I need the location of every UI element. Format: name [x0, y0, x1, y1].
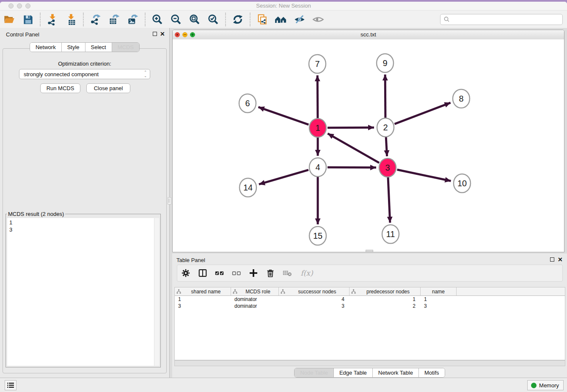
column-header-name[interactable]: name	[421, 287, 457, 295]
tab-network[interactable]: Network	[30, 43, 61, 52]
graph-node-8[interactable]: 8	[453, 89, 470, 108]
delete-column-trash-icon[interactable]	[264, 267, 277, 279]
tab-network-table[interactable]: Network Table	[372, 368, 418, 377]
edge-2-9[interactable]	[385, 75, 385, 118]
column-header-shared-name[interactable]: shared name	[175, 287, 231, 295]
deselect-all-checkboxes-icon[interactable]	[230, 267, 243, 279]
status-bar: Memory	[0, 378, 567, 392]
criterion-value: strongly connected component	[24, 71, 99, 77]
graph-node-7[interactable]: 7	[309, 55, 326, 73]
graph-node-15[interactable]: 15	[309, 226, 326, 245]
tab-edge-table[interactable]: Edge Table	[333, 368, 372, 377]
zoom-out-icon[interactable]	[170, 13, 182, 26]
edge-3-11[interactable]	[388, 177, 390, 223]
edge-2-8[interactable]	[395, 103, 451, 124]
search-input[interactable]	[452, 15, 562, 24]
app-window: Session: New Session	[0, 2, 567, 392]
column-header-successor-nodes[interactable]: successor nodes	[279, 287, 350, 295]
edge-1-7[interactable]	[317, 75, 318, 118]
mcds-result-textarea[interactable]: 1 3	[7, 218, 159, 366]
add-column-icon[interactable]	[247, 267, 260, 279]
edge-2-3[interactable]	[386, 137, 387, 156]
edge-1-2[interactable]	[328, 127, 374, 128]
open-session-icon[interactable]	[3, 13, 16, 26]
table-float-panel-icon[interactable]	[550, 257, 554, 262]
float-panel-icon[interactable]	[153, 32, 157, 36]
svg-text:11: 11	[386, 229, 395, 239]
table-options-gear-icon[interactable]	[179, 267, 192, 279]
column-header-predecessor-nodes[interactable]: predecessor nodes	[350, 287, 421, 295]
toolbar-separator	[40, 13, 41, 26]
edge-3-1[interactable]	[328, 133, 379, 163]
select-all-checkboxes-icon[interactable]	[213, 267, 226, 279]
list-icon	[7, 382, 14, 389]
import-network-icon[interactable]	[46, 13, 59, 26]
table-close-panel-icon[interactable]: ✕	[558, 257, 563, 262]
tab-style[interactable]: Style	[61, 43, 85, 52]
graph-node-14[interactable]: 14	[239, 178, 256, 197]
control-panel-tabs: NetworkStyleSelectMCDS	[0, 42, 169, 52]
table-hscrollbar[interactable]	[174, 360, 565, 366]
mcds-panel: Optimization criterion: strongly connect…	[3, 48, 167, 373]
toolbar-separator	[250, 13, 250, 26]
graph-node-10[interactable]: 10	[454, 174, 471, 193]
cell-name: 3	[421, 303, 457, 309]
run-mcds-button[interactable]: Run MCDS	[40, 83, 80, 93]
import-table-icon[interactable]	[65, 13, 77, 26]
clone-network-icon[interactable]	[256, 13, 269, 26]
save-session-icon[interactable]	[22, 13, 34, 26]
criterion-select[interactable]: strongly connected component ⌃⌄	[19, 69, 150, 79]
network-graph[interactable]: 7968124314101511	[173, 39, 564, 252]
task-history-button[interactable]	[5, 380, 17, 390]
network-canvas[interactable]: 7968124314101511	[173, 39, 564, 252]
table-row[interactable]: 3dominator323	[175, 303, 565, 309]
close-panel-button[interactable]: Close panel	[86, 83, 130, 93]
memory-button[interactable]: Memory	[527, 380, 564, 390]
graph-node-6[interactable]: 6	[239, 94, 256, 113]
zoom-in-icon[interactable]	[151, 13, 164, 26]
zoom-fit-icon[interactable]	[188, 13, 201, 26]
graph-node-9[interactable]: 9	[377, 54, 394, 72]
toolbar-separator	[83, 13, 84, 26]
export-network-icon[interactable]	[89, 13, 102, 26]
hide-selected-icon[interactable]	[293, 13, 306, 26]
cell-predecessor-nodes: 1	[350, 296, 421, 303]
cell-MCDS-role: dominator	[231, 296, 279, 303]
graph-node-11[interactable]: 11	[382, 225, 399, 243]
edge-1-6[interactable]	[258, 107, 308, 125]
tab-mcds[interactable]: MCDS	[112, 43, 139, 52]
table-panel-title: Table Panel	[176, 257, 205, 263]
sash-handle[interactable]	[366, 250, 373, 252]
cell-successor-nodes: 4	[279, 296, 350, 303]
tab-node-table[interactable]: Node Table	[295, 368, 333, 377]
edge-4-14[interactable]	[259, 170, 308, 184]
close-panel-icon[interactable]: ✕	[160, 31, 165, 37]
first-neighbors-icon[interactable]	[275, 13, 287, 26]
svg-text:9: 9	[383, 58, 387, 68]
edge-4-3[interactable]	[328, 167, 376, 168]
function-builder-icon: f(x)	[298, 267, 316, 279]
result-scrollbar[interactable]	[154, 218, 159, 366]
show-all-icon[interactable]	[312, 13, 325, 26]
tab-motifs[interactable]: Motifs	[418, 368, 445, 377]
svg-text:3: 3	[385, 163, 390, 172]
apply-layout-icon[interactable]	[231, 13, 244, 26]
edge-3-10[interactable]	[397, 170, 451, 181]
show-column-panel-icon[interactable]	[196, 267, 209, 279]
network-window-titlebar[interactable]: scc.txt	[173, 30, 564, 40]
graph-node-3[interactable]: 3	[379, 158, 396, 177]
zoom-selected-icon[interactable]	[207, 13, 220, 26]
export-image-icon[interactable]	[127, 13, 139, 26]
svg-text:6: 6	[245, 99, 250, 108]
split-handle[interactable]	[168, 197, 171, 204]
table-row[interactable]: 1dominator411	[175, 296, 565, 303]
graph-node-4[interactable]: 4	[309, 158, 326, 177]
graph-node-1[interactable]: 1	[309, 119, 326, 137]
column-header-MCDS-role[interactable]: MCDS role	[231, 287, 279, 295]
memory-status-icon	[531, 383, 537, 388]
table-header-row: shared nameMCDS rolesuccessor nodesprede…	[175, 287, 565, 296]
export-table-icon[interactable]	[108, 13, 121, 26]
main-toolbar	[0, 10, 567, 29]
tab-select[interactable]: Select	[85, 43, 112, 52]
graph-node-2[interactable]: 2	[377, 118, 394, 137]
